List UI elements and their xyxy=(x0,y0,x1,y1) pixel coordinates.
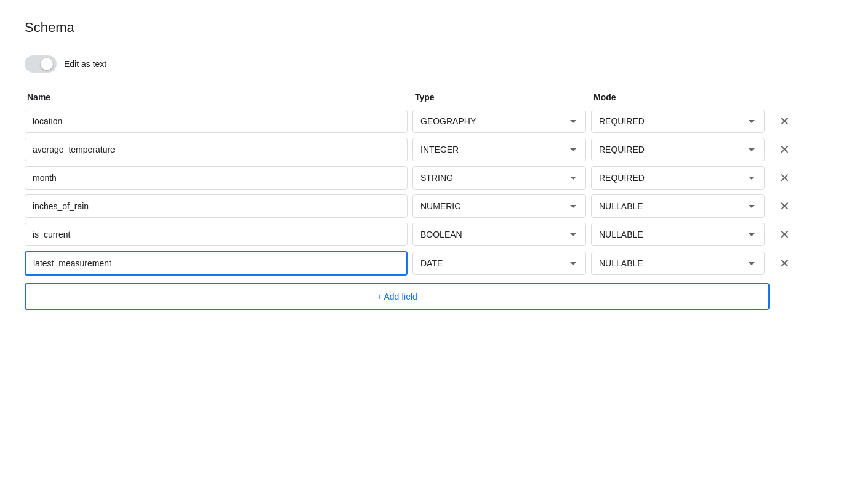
add-field-container: + Add field xyxy=(25,281,770,310)
delete-field-button[interactable]: ✕ xyxy=(774,225,794,244)
type-cell: STRINGBYTESINTEGERFLOATBOOLEANRECORDDATE… xyxy=(412,223,591,246)
type-cell: STRINGBYTESINTEGERFLOATBOOLEANRECORDDATE… xyxy=(412,166,591,190)
type-select[interactable]: STRINGBYTESINTEGERFLOATBOOLEANRECORDDATE… xyxy=(412,138,586,161)
schema-headers: Name Type Mode xyxy=(25,92,794,105)
mode-cell: NULLABLEREQUIREDREPEATED xyxy=(591,194,770,218)
delete-field-button[interactable]: ✕ xyxy=(774,111,794,131)
mode-select[interactable]: NULLABLEREQUIREDREPEATED xyxy=(591,138,765,161)
type-select[interactable]: STRINGBYTESINTEGERFLOATBOOLEANRECORDDATE… xyxy=(412,194,586,218)
schema-row: STRINGBYTESINTEGERFLOATBOOLEANRECORDDATE… xyxy=(25,223,794,246)
schema-row: STRINGBYTESINTEGERFLOATBOOLEANRECORDDATE… xyxy=(25,251,794,276)
field-name-input[interactable] xyxy=(25,166,408,190)
type-select[interactable]: STRINGBYTESINTEGERFLOATBOOLEANRECORDDATE… xyxy=(412,223,586,246)
mode-select[interactable]: NULLABLEREQUIREDREPEATED xyxy=(591,166,765,190)
name-cell xyxy=(25,166,412,190)
schema-rows: STRINGBYTESINTEGERFLOATBOOLEANRECORDDATE… xyxy=(25,110,794,276)
field-name-input[interactable] xyxy=(25,223,408,246)
delete-field-button[interactable]: ✕ xyxy=(774,140,794,159)
type-cell: STRINGBYTESINTEGERFLOATBOOLEANRECORDDATE… xyxy=(412,252,591,275)
mode-cell: NULLABLEREQUIREDREPEATED xyxy=(591,166,770,190)
edit-as-text-toggle[interactable] xyxy=(25,55,57,73)
schema-row: STRINGBYTESINTEGERFLOATBOOLEANRECORDDATE… xyxy=(25,166,794,190)
field-name-input[interactable] xyxy=(25,138,408,161)
type-cell: STRINGBYTESINTEGERFLOATBOOLEANRECORDDATE… xyxy=(412,194,591,218)
schema-row: STRINGBYTESINTEGERFLOATBOOLEANRECORDDATE… xyxy=(25,138,794,161)
header-name: Name xyxy=(25,92,412,102)
field-name-input[interactable] xyxy=(25,251,408,276)
delete-cell: ✕ xyxy=(770,196,799,216)
header-mode: Mode xyxy=(591,92,770,102)
mode-cell: NULLABLEREQUIREDREPEATED xyxy=(591,223,770,246)
delete-cell: ✕ xyxy=(770,111,799,131)
name-cell xyxy=(25,110,412,133)
name-cell xyxy=(25,251,412,276)
schema-container: Name Type Mode STRINGBYTESINTEGERFLOATBO… xyxy=(25,92,794,310)
schema-row: STRINGBYTESINTEGERFLOATBOOLEANRECORDDATE… xyxy=(25,194,794,218)
name-cell xyxy=(25,194,412,218)
header-type: Type xyxy=(412,92,591,102)
delete-cell: ✕ xyxy=(770,253,799,273)
mode-cell: NULLABLEREQUIREDREPEATED xyxy=(591,252,770,275)
mode-select[interactable]: NULLABLEREQUIREDREPEATED xyxy=(591,110,765,133)
mode-cell: NULLABLEREQUIREDREPEATED xyxy=(591,138,770,161)
delete-cell: ✕ xyxy=(770,225,799,244)
type-select[interactable]: STRINGBYTESINTEGERFLOATBOOLEANRECORDDATE… xyxy=(412,110,586,133)
add-field-button[interactable]: + Add field xyxy=(25,283,770,310)
delete-cell: ✕ xyxy=(770,168,799,188)
delete-cell: ✕ xyxy=(770,140,799,159)
type-cell: STRINGBYTESINTEGERFLOATBOOLEANRECORDDATE… xyxy=(412,110,591,133)
mode-select[interactable]: NULLABLEREQUIREDREPEATED xyxy=(591,252,765,275)
mode-select[interactable]: NULLABLEREQUIREDREPEATED xyxy=(591,194,765,218)
delete-field-button[interactable]: ✕ xyxy=(774,168,794,188)
add-field-row: + Add field xyxy=(25,281,794,310)
name-cell xyxy=(25,138,412,161)
name-cell xyxy=(25,223,412,246)
mode-select[interactable]: NULLABLEREQUIREDREPEATED xyxy=(591,223,765,246)
delete-field-button[interactable]: ✕ xyxy=(774,196,794,216)
toggle-label: Edit as text xyxy=(64,59,106,69)
type-select[interactable]: STRINGBYTESINTEGERFLOATBOOLEANRECORDDATE… xyxy=(412,252,586,275)
edit-as-text-row: Edit as text xyxy=(25,55,843,73)
type-cell: STRINGBYTESINTEGERFLOATBOOLEANRECORDDATE… xyxy=(412,138,591,161)
field-name-input[interactable] xyxy=(25,194,408,218)
mode-cell: NULLABLEREQUIREDREPEATED xyxy=(591,110,770,133)
header-actions xyxy=(770,92,799,102)
delete-field-button[interactable]: ✕ xyxy=(774,253,794,273)
toggle-thumb xyxy=(41,58,53,70)
page-title: Schema xyxy=(25,20,843,36)
schema-row: STRINGBYTESINTEGERFLOATBOOLEANRECORDDATE… xyxy=(25,110,794,133)
type-select[interactable]: STRINGBYTESINTEGERFLOATBOOLEANRECORDDATE… xyxy=(412,166,586,190)
field-name-input[interactable] xyxy=(25,110,408,133)
